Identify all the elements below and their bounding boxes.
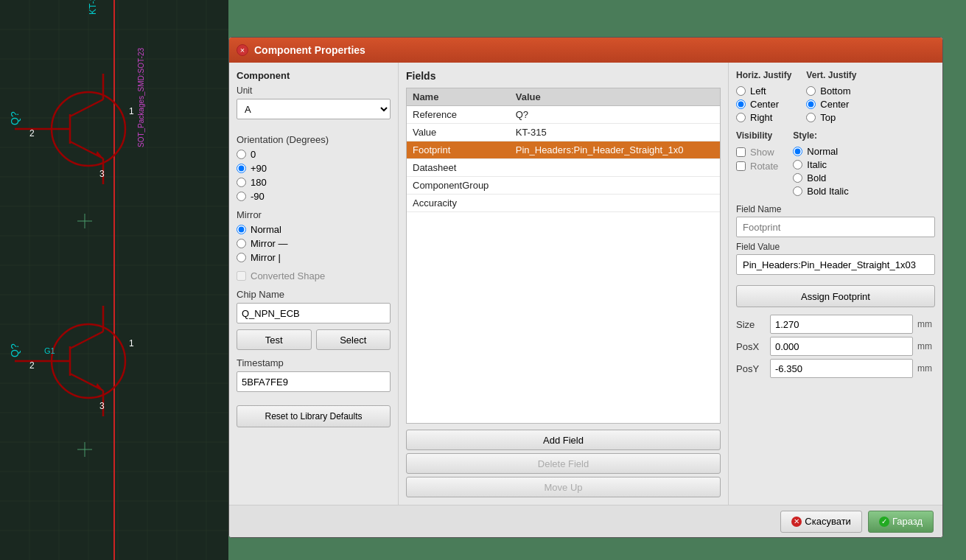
orientation-group: Orientation (Degrees) 0 +90 180 -90 — [237, 134, 391, 202]
ok-label: Гаразд — [892, 516, 923, 527]
select-button[interactable]: Select — [316, 329, 391, 350]
orientation-radio-group: 0 +90 180 -90 — [237, 149, 391, 202]
chip-btn-row: Test Select — [237, 329, 391, 350]
field-name-cell: Datasheet — [407, 159, 510, 177]
ok-button[interactable]: ✓ Гаразд — [868, 511, 934, 533]
move-up-button[interactable]: Move Up — [406, 477, 721, 497]
field-value-label: Field Value — [736, 242, 935, 252]
table-row[interactable]: ComponentGroup — [407, 177, 720, 195]
style-bold[interactable]: Bold — [793, 172, 848, 183]
svg-text:Q?: Q? — [9, 343, 21, 357]
vert-bottom[interactable]: Bottom — [806, 85, 856, 97]
table-row[interactable]: Reference Q? — [407, 106, 720, 124]
reset-to-library-defaults-button[interactable]: Reset to Library Defaults — [237, 405, 391, 427]
col-value: Value — [510, 88, 720, 106]
ok-icon: ✓ — [879, 517, 889, 527]
field-value-cell — [510, 195, 720, 212]
field-buttons: Add Field Delete Field Move Up — [406, 430, 721, 497]
vert-justify-group: Vert. Justify Bottom Center Top — [806, 70, 856, 123]
fields-table: Name Value Reference Q? Value KT-315 — [407, 88, 720, 212]
field-value-section: Field Value — [736, 242, 935, 275]
component-properties-dialog: × Component Properties Component Unit A … — [228, 37, 943, 538]
chip-name-input[interactable] — [237, 303, 391, 323]
field-value-cell: Q? — [510, 106, 720, 124]
field-value-cell: Pin_Headers:Pin_Header_Straight_1x0 — [510, 141, 720, 159]
fields-table-body: Reference Q? Value KT-315 Footprint Pin_… — [407, 106, 720, 212]
svg-text:SOT_Packages_SMD:SOT-23: SOT_Packages_SMD:SOT-23 — [137, 48, 145, 147]
field-name-input[interactable] — [736, 217, 935, 237]
posx-input[interactable] — [770, 337, 913, 356]
horiz-justify-group: Horiz. Justify Left Center Right — [736, 70, 791, 123]
unit-label: Unit — [237, 85, 391, 96]
cancel-label: Скасувати — [805, 516, 851, 527]
table-row[interactable]: Datasheet — [407, 159, 720, 177]
delete-field-button[interactable]: Delete Field — [406, 453, 721, 474]
svg-text:KT-3: KT-3 — [88, 0, 98, 15]
style-bold-italic[interactable]: Bold Italic — [793, 186, 848, 197]
justify-row: Horiz. Justify Left Center Right Vert. J… — [736, 70, 935, 123]
cancel-icon: ✕ — [791, 517, 802, 527]
size-input[interactable] — [770, 315, 913, 334]
svg-text:2: 2 — [29, 128, 35, 139]
svg-text:3: 3 — [99, 169, 105, 179]
close-button[interactable]: × — [237, 44, 248, 56]
mirror-radio-group: Normal Mirror — Mirror | — [237, 224, 391, 263]
svg-text:3: 3 — [99, 401, 105, 411]
rotate-checkbox[interactable]: Rotate — [736, 161, 778, 172]
svg-text:G1: G1 — [44, 346, 55, 355]
horiz-right[interactable]: Right — [736, 112, 791, 123]
orientation-180[interactable]: 180 — [237, 177, 391, 188]
mirror-normal[interactable]: Normal — [237, 224, 391, 235]
timestamp-input[interactable] — [237, 371, 391, 392]
component-label: Component — [237, 70, 391, 81]
orientation-neg90[interactable]: -90 — [237, 191, 391, 202]
dialog-body: Component Unit A Orientation (Degrees) 0… — [229, 63, 942, 505]
converted-shape-group: Converted Shape — [237, 270, 391, 281]
converted-shape-label: Converted Shape — [251, 270, 325, 281]
cancel-button[interactable]: ✕ Скасувати — [780, 511, 862, 533]
test-button[interactable]: Test — [237, 329, 312, 350]
assign-footprint-button[interactable]: Assign Footprint — [736, 285, 935, 307]
svg-text:1: 1 — [129, 338, 134, 349]
vert-center[interactable]: Center — [806, 99, 856, 110]
show-checkbox[interactable]: Show — [736, 147, 778, 158]
field-name-cell: Value — [407, 124, 510, 141]
horiz-left[interactable]: Left — [736, 85, 791, 97]
size-label: Size — [736, 319, 766, 330]
add-field-button[interactable]: Add Field — [406, 430, 721, 450]
unit-select[interactable]: A — [237, 99, 391, 119]
mirror-h[interactable]: Mirror — — [237, 238, 391, 249]
field-value-input[interactable] — [736, 254, 935, 275]
table-row-selected[interactable]: Footprint Pin_Headers:Pin_Header_Straigh… — [407, 141, 720, 159]
dialog-title: Component Properties — [254, 44, 365, 56]
dialog-titlebar: × Component Properties — [229, 38, 942, 63]
show-label: Show — [750, 147, 774, 158]
style-title: Style: — [793, 130, 848, 141]
orientation-90[interactable]: +90 — [237, 163, 391, 174]
mirror-normal-label: Normal — [251, 224, 281, 235]
field-name-cell: Reference — [407, 106, 510, 124]
field-name-section: Field Name — [736, 204, 935, 237]
size-row: Size mm — [736, 315, 935, 334]
posy-input[interactable] — [770, 359, 913, 378]
table-row[interactable]: Accuracity — [407, 195, 720, 212]
vert-top[interactable]: Top — [806, 112, 856, 123]
fields-title: Fields — [406, 70, 721, 82]
converted-shape-checkbox[interactable]: Converted Shape — [237, 270, 391, 281]
field-value-cell — [510, 159, 720, 177]
middle-panel: Fields Name Value Reference Q? — [399, 63, 729, 505]
horiz-center[interactable]: Center — [736, 99, 791, 110]
style-italic[interactable]: Italic — [793, 159, 848, 170]
vert-justify-title: Vert. Justify — [806, 70, 856, 80]
orientation-0[interactable]: 0 — [237, 149, 391, 160]
left-panel: Component Unit A Orientation (Degrees) 0… — [229, 63, 399, 505]
table-row[interactable]: Value KT-315 — [407, 124, 720, 141]
mirror-v[interactable]: Mirror | — [237, 252, 391, 263]
chip-name-label: Chip Name — [237, 289, 391, 300]
fields-table-header: Name Value — [407, 88, 720, 106]
fields-table-wrap: Name Value Reference Q? Value KT-315 — [406, 88, 721, 424]
svg-text:1: 1 — [129, 106, 134, 116]
field-name-cell: ComponentGroup — [407, 177, 510, 195]
style-normal[interactable]: Normal — [793, 146, 848, 157]
mirror-group: Mirror Normal Mirror — Mirror | — [237, 209, 391, 263]
